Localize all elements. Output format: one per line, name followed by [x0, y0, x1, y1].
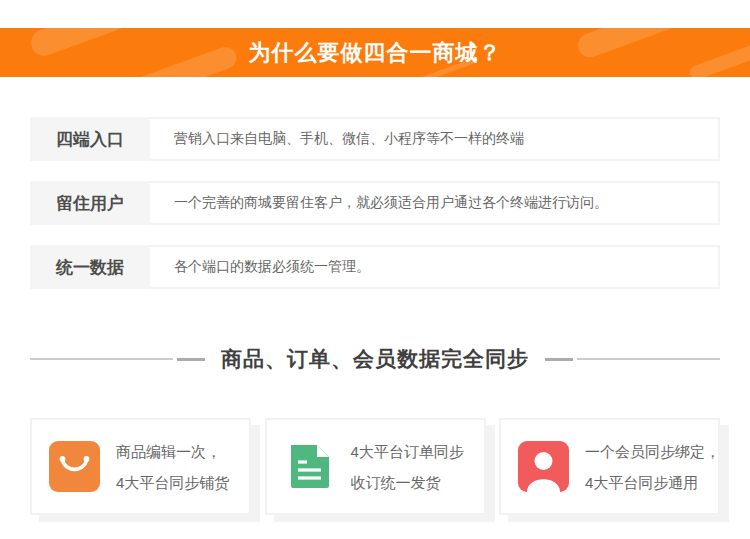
card-text: 4大平台订单同步 收订统一发货 [351, 436, 464, 498]
card-line-1: 商品编辑一次， [116, 436, 229, 467]
card-product-sync: 商品编辑一次， 4大平台同步铺货 [30, 418, 251, 515]
feature-label: 留住用户 [30, 181, 150, 225]
feature-label: 统一数据 [30, 245, 150, 289]
order-document-icon [284, 441, 335, 492]
sync-section-title: 商品、订单、会员数据完全同步 [220, 345, 530, 373]
member-user-icon [518, 441, 569, 492]
divider-line-left [30, 358, 173, 360]
feature-row-four-entrances: 四端入口 营销入口来自电脑、手机、微信、小程序等不一样的终端 [30, 117, 720, 161]
sync-section-header: 商品、订单、会员数据完全同步 [30, 344, 720, 374]
feature-row-unified-data: 统一数据 各个端口的数据必须统一管理。 [30, 245, 720, 289]
card-order-sync: 4大平台订单同步 收订统一发货 [265, 418, 486, 515]
feature-row-retain-users: 留住用户 一个完善的商城要留住客户，就必须适合用户通过各个终端进行访问。 [30, 181, 720, 225]
card-text: 一个会员同步绑定， 4大平台同步通用 [585, 436, 720, 498]
feature-description: 各个端口的数据必须统一管理。 [150, 247, 718, 287]
card-text: 商品编辑一次， 4大平台同步铺货 [116, 436, 229, 498]
page-title: 为什么要做四合一商城？ [0, 28, 750, 77]
feature-description: 营销入口来自电脑、手机、微信、小程序等不一样的终端 [150, 119, 718, 159]
divider-line-right [577, 358, 720, 360]
card-member-sync: 一个会员同步绑定， 4大平台同步通用 [499, 418, 720, 515]
card-line-1: 一个会员同步绑定， [585, 436, 720, 467]
divider-dash-right [545, 358, 573, 361]
card-line-2: 收订统一发货 [351, 467, 464, 498]
page-banner: 为什么要做四合一商城？ [0, 28, 750, 77]
feature-description: 一个完善的商城要留住客户，就必须适合用户通过各个终端进行访问。 [150, 183, 718, 223]
card-line-2: 4大平台同步通用 [585, 467, 720, 498]
divider-dash-left [177, 358, 205, 361]
card-line-2: 4大平台同步铺货 [116, 467, 229, 498]
shopping-bag-icon [49, 441, 100, 492]
feature-label: 四端入口 [30, 117, 150, 161]
feature-list: 四端入口 营销入口来自电脑、手机、微信、小程序等不一样的终端 留住用户 一个完善… [30, 117, 720, 289]
sync-card-list: 商品编辑一次， 4大平台同步铺货 4大平台订单同步 收订统一发货 [30, 418, 720, 515]
card-line-1: 4大平台订单同步 [351, 436, 464, 467]
